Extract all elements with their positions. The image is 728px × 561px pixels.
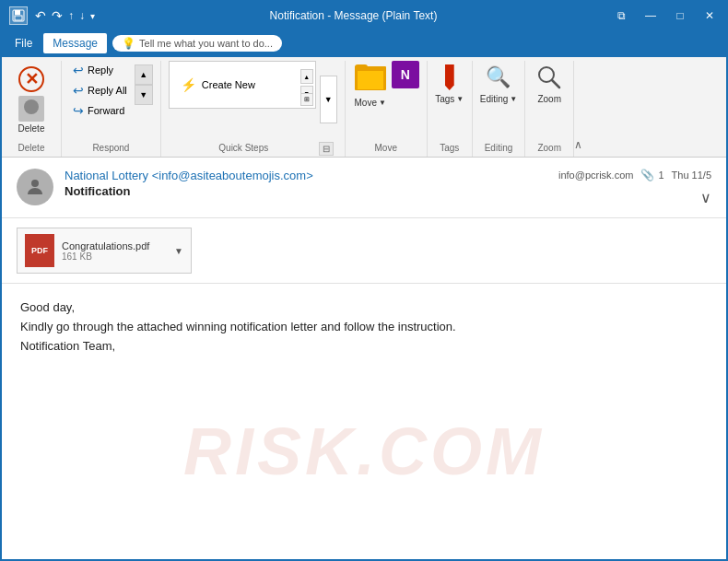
email-area: National Lottery <info@asiteaboutemojis.… xyxy=(2,158,726,370)
window-title: Notification - Message (Plain Text) xyxy=(95,9,612,22)
body-line-2: Kindly go through the attached winning n… xyxy=(20,318,708,337)
ribbon-group-delete: ✕ Delete Delete xyxy=(2,61,62,157)
lightbulb-icon: 💡 xyxy=(122,37,135,50)
email-header-right: info@pcrisk.com 📎 1 Thu 11/5 ∨ xyxy=(558,169,711,206)
body-line-3: Notification Team, xyxy=(20,337,708,356)
email-from: National Lottery <info@asiteaboutemojis.… xyxy=(65,169,547,182)
qs-expand-button[interactable]: ⊞ xyxy=(300,93,313,106)
email-date: Thu 11/5 xyxy=(672,169,711,181)
tags-button[interactable]: Tags ▼ xyxy=(435,61,464,104)
move-dropdown-icon: ▼ xyxy=(379,99,386,107)
reply-all-icon: ↩ xyxy=(73,83,84,98)
move-button[interactable]: Move ▼ xyxy=(353,61,388,108)
reply-all-button[interactable]: ↩ Reply All xyxy=(69,81,131,99)
reply-all-label: Reply All xyxy=(88,85,127,96)
ribbon-collapse-button[interactable]: ∧ xyxy=(574,61,582,157)
svg-point-5 xyxy=(31,180,39,187)
titlebar-left: ↶ ↷ ↑ ↓ ▾ xyxy=(9,6,95,25)
email-header-info: National Lottery <info@asiteaboutemojis.… xyxy=(65,169,547,198)
respond-group-content: ↩ Reply ↩ Reply All ↪ Forward ▲ xyxy=(69,61,153,141)
reply-icon: ↩ xyxy=(73,63,84,77)
qs-scroll-up[interactable]: ▲ xyxy=(300,69,313,84)
redo-button[interactable]: ↷ xyxy=(52,8,63,23)
close-button[interactable]: ✕ xyxy=(700,6,719,25)
menu-file[interactable]: File xyxy=(6,33,41,53)
respond-arrows: ▲ ▼ xyxy=(135,61,153,109)
attachment-count: 📎 1 xyxy=(640,169,663,181)
zoom-group-label: Zoom xyxy=(533,141,566,157)
lightning-icon: ⚡ xyxy=(181,77,196,92)
editing-label: Editing ▼ xyxy=(480,94,518,104)
forward-button[interactable]: ↪ Forward xyxy=(69,101,131,120)
reply-button[interactable]: ↩ Reply xyxy=(69,61,131,79)
menu-message[interactable]: Message xyxy=(43,33,107,53)
dropdown-arrow-icon: ▼ xyxy=(324,95,333,104)
move-group-label: Move xyxy=(353,141,419,157)
zoom-button[interactable]: Zoom xyxy=(533,61,566,104)
pdf-icon: PDF xyxy=(25,234,54,267)
quick-steps-box: ⚡ Create New ▲ ▼ ⊞ xyxy=(169,61,316,109)
editing-group-label: Editing xyxy=(480,141,518,157)
watermark: RISK.COM xyxy=(183,414,545,489)
editing-button[interactable]: 🔍 Editing ▼ xyxy=(480,61,518,104)
reply-label: Reply xyxy=(88,64,113,76)
quick-steps-dropdown[interactable]: ▼ xyxy=(320,76,337,123)
tags-label: Tags ▼ xyxy=(435,94,464,104)
undo-redo-group: ↶ ↷ ↑ ↓ ▾ xyxy=(35,8,95,23)
undo-button[interactable]: ↶ xyxy=(35,8,46,23)
attachment-number: 1 xyxy=(658,169,663,181)
attachment-filename: Congratulations.pdf xyxy=(62,240,167,251)
ribbon-group-respond: ↩ Reply ↩ Reply All ↪ Forward ▲ xyxy=(62,61,161,157)
svg-line-4 xyxy=(552,80,559,88)
respond-group-label: Respond xyxy=(69,141,153,157)
tell-me-box[interactable]: 💡 Tell me what you want to do... xyxy=(112,35,282,52)
onenote-button[interactable]: N xyxy=(392,61,419,90)
email-header: National Lottery <info@asiteaboutemojis.… xyxy=(2,158,726,218)
tell-me-text: Tell me what you want to do... xyxy=(139,38,273,49)
body-line-1: Good day, xyxy=(20,298,708,318)
move-label: Move ▼ xyxy=(355,98,386,108)
pdf-label: PDF xyxy=(31,246,48,255)
ribbon-group-editing: 🔍 Editing ▼ Editing xyxy=(473,61,526,157)
scroll-down-button[interactable]: ▼ xyxy=(135,85,153,105)
menubar: File Message 💡 Tell me what you want to … xyxy=(2,29,726,57)
save-button[interactable] xyxy=(9,6,28,25)
attachment-filesize: 161 KB xyxy=(62,251,167,262)
minimize-button[interactable]: — xyxy=(641,6,660,25)
attachment-area: PDF Congratulations.pdf 161 KB ▼ xyxy=(2,218,726,284)
ribbon-group-tags: Tags ▼ Tags xyxy=(428,61,473,157)
chevron-up-icon: ∧ xyxy=(574,138,582,151)
zoom-group-content: Zoom xyxy=(533,61,566,141)
paperclip-icon: 📎 xyxy=(640,169,654,181)
delete-group-label: Delete xyxy=(9,141,53,157)
titlebar: ↶ ↷ ↑ ↓ ▾ Notification - Message (Plain … xyxy=(2,2,726,29)
quick-steps-expand-icon[interactable]: ⊟ xyxy=(319,142,334,156)
svg-rect-1 xyxy=(15,10,20,15)
forward-label: Forward xyxy=(88,105,124,116)
avatar xyxy=(17,169,53,205)
move-group-content: Move ▼ N xyxy=(353,61,419,141)
create-new-item[interactable]: ⚡ Create New xyxy=(177,76,308,94)
editing-dropdown-icon: ▼ xyxy=(510,95,517,103)
delete-label: Delete xyxy=(18,123,45,134)
restore-button[interactable]: ⧉ xyxy=(612,6,630,25)
expand-email-button[interactable]: ∨ xyxy=(700,189,711,206)
down-button[interactable]: ↓ xyxy=(79,9,85,22)
attachment-dropdown-button[interactable]: ▼ xyxy=(174,246,183,256)
main-content: National Lottery <info@asiteaboutemojis.… xyxy=(2,158,726,561)
respond-buttons: ↩ Reply ↩ Reply All ↪ Forward xyxy=(69,61,131,123)
attachment-item[interactable]: PDF Congratulations.pdf 161 KB ▼ xyxy=(17,228,192,274)
tags-group-content: Tags ▼ xyxy=(435,61,464,141)
up-button[interactable]: ↑ xyxy=(68,9,74,22)
app-window: ↶ ↷ ↑ ↓ ▾ Notification - Message (Plain … xyxy=(2,2,726,561)
email-body: Good day, Kindly go through the attached… xyxy=(2,284,726,370)
maximize-button[interactable]: □ xyxy=(671,6,689,25)
attachment-details: Congratulations.pdf 161 KB xyxy=(62,240,167,262)
svg-rect-2 xyxy=(15,16,22,20)
zoom-label: Zoom xyxy=(537,94,561,104)
scroll-up-button[interactable]: ▲ xyxy=(135,64,153,85)
ribbon-group-zoom: Zoom Zoom xyxy=(525,61,574,157)
delete-button[interactable]: ✕ Delete xyxy=(9,61,53,137)
tags-group-label: Tags xyxy=(435,141,464,157)
editing-group-content: 🔍 Editing ▼ xyxy=(480,61,518,141)
